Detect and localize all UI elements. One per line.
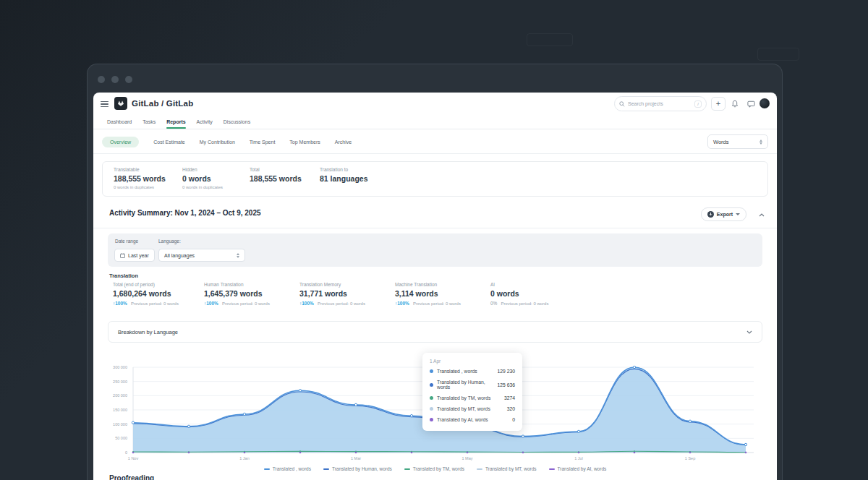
activity-summary-title: Activity Summary: Nov 1, 2024 – Oct 9, 2… bbox=[109, 209, 261, 217]
breakdown-by-language-panel[interactable]: Breakdown by Language bbox=[108, 321, 762, 343]
tooltip-row: Translated by MT, words320 bbox=[430, 406, 515, 411]
window-control-icon[interactable] bbox=[111, 76, 119, 83]
series-dot-icon bbox=[430, 407, 433, 411]
metric-human-translation: Human Translation 1,645,379 words ↑100%P… bbox=[204, 282, 270, 306]
series-dot-icon bbox=[430, 418, 433, 421]
legend-dash-icon bbox=[404, 468, 410, 470]
tooltip-row: Translated by AI, words0 bbox=[430, 417, 515, 422]
project-logo[interactable] bbox=[114, 97, 127, 110]
filters-bar: Date range Language: Last year All langu… bbox=[108, 233, 762, 267]
language-label: Language: bbox=[158, 239, 181, 244]
series-dot-icon bbox=[430, 369, 433, 373]
language-select-value: All languages bbox=[164, 253, 234, 258]
search-placeholder: Search projects bbox=[628, 101, 692, 106]
x-tick-label: 1 Jan bbox=[239, 456, 249, 460]
project-tabs: Dashboard Tasks Reports Activity Discuss… bbox=[93, 115, 777, 129]
select-arrows-icon bbox=[760, 140, 762, 145]
tab-activity[interactable]: Activity bbox=[197, 115, 213, 129]
chart-tooltip: 1 Apr Translated , words129 230 Translat… bbox=[422, 353, 522, 431]
menu-icon[interactable] bbox=[101, 101, 109, 107]
download-icon bbox=[707, 211, 714, 218]
user-avatar[interactable] bbox=[760, 98, 770, 108]
x-tick-label: 1 Mar bbox=[351, 456, 361, 460]
metric-machine-translation: Machine Translation 3,114 words ↑100%Pre… bbox=[395, 282, 461, 306]
stat-translation-to: Translation to 81 languages bbox=[320, 167, 368, 183]
legend-item[interactable]: Translated by AI, words bbox=[549, 466, 607, 471]
y-tick-label: 300 000 bbox=[108, 365, 127, 369]
x-tick-label: 1 Nov bbox=[128, 456, 138, 460]
reports-subnav: Overview Cost Estimate My Contribution T… bbox=[93, 130, 777, 153]
subtab-cost-estimate[interactable]: Cost Estimate bbox=[153, 140, 185, 145]
date-range-button[interactable]: Last year bbox=[114, 249, 155, 262]
chevron-down-icon bbox=[736, 213, 740, 215]
stat-total: Total 188,555 words bbox=[250, 167, 302, 183]
legend-item[interactable]: Translated by Human, words bbox=[323, 466, 392, 471]
tab-dashboard[interactable]: Dashboard bbox=[107, 115, 132, 129]
subtab-archive[interactable]: Archive bbox=[335, 140, 352, 145]
tooltip-row: Translated , words129 230 bbox=[430, 369, 515, 374]
search-input[interactable]: Search projects / bbox=[614, 96, 707, 111]
search-icon bbox=[619, 101, 625, 107]
divider bbox=[93, 153, 777, 154]
create-new-button[interactable]: + bbox=[711, 97, 726, 111]
series-dot-icon bbox=[430, 396, 433, 400]
language-select[interactable]: All languages bbox=[158, 249, 245, 262]
select-arrows-icon bbox=[237, 253, 239, 258]
metric-ai: AI 0 words 0%Previous period: 0 words bbox=[490, 282, 548, 306]
tab-reports[interactable]: Reports bbox=[166, 115, 185, 129]
app-window: GitLab / GitLab Search projects / + bbox=[93, 93, 777, 480]
metric-total: Total (end of period) 1,680,264 words ↑1… bbox=[113, 282, 179, 306]
chevron-up-icon bbox=[759, 213, 765, 217]
subtab-overview[interactable]: Overview bbox=[102, 137, 139, 147]
legend-item[interactable]: Translated , words bbox=[264, 466, 311, 471]
delta-badge: ↑100% bbox=[395, 301, 409, 306]
messages-button[interactable] bbox=[745, 97, 757, 111]
chat-icon bbox=[747, 100, 755, 108]
subtab-top-members[interactable]: Top Members bbox=[289, 140, 320, 145]
legend-dash-icon bbox=[549, 468, 555, 470]
y-tick-label: 200 000 bbox=[108, 393, 127, 398]
units-select[interactable]: Words bbox=[707, 134, 768, 149]
y-tick-label: 0 bbox=[108, 450, 127, 455]
y-tick-label: 100 000 bbox=[108, 422, 127, 427]
legend-dash-icon bbox=[323, 468, 329, 470]
delta-badge: ↑100% bbox=[299, 301, 314, 306]
legend-item[interactable]: Translated by MT, words bbox=[477, 466, 537, 471]
units-select-value: Words bbox=[713, 139, 760, 145]
delta-badge: ↑100% bbox=[113, 301, 127, 306]
legend-dash-icon bbox=[477, 468, 482, 470]
tab-discussions[interactable]: Discussions bbox=[224, 115, 250, 129]
stat-translatable: Translatable 188,555 words 0 words in du… bbox=[114, 167, 166, 189]
divider bbox=[93, 228, 777, 228]
stat-hidden: Hidden 0 words 0 words in duplicates bbox=[182, 167, 223, 189]
background-ghost bbox=[527, 33, 573, 46]
legend-item[interactable]: Translated by TM, words bbox=[404, 466, 464, 471]
chevron-down-icon bbox=[746, 330, 752, 334]
collapse-section-button[interactable] bbox=[757, 210, 767, 220]
project-stats-card: Translatable 188,555 words 0 words in du… bbox=[102, 161, 768, 197]
page-title: GitLab / GitLab bbox=[132, 99, 193, 108]
subtab-time-spent[interactable]: Time Spent bbox=[250, 140, 276, 145]
export-button[interactable]: Export bbox=[701, 207, 746, 221]
bell-icon bbox=[731, 100, 739, 108]
app-header: GitLab / GitLab Search projects / + bbox=[93, 93, 777, 115]
legend-dash-icon bbox=[264, 468, 270, 470]
tab-tasks[interactable]: Tasks bbox=[142, 115, 156, 129]
browser-window: GitLab / GitLab Search projects / + bbox=[87, 64, 783, 480]
x-tick-label: 1 Jul bbox=[574, 456, 583, 460]
chart-legend: Translated , words Translated by Human, … bbox=[93, 466, 777, 471]
series-dot-icon bbox=[430, 383, 433, 387]
metric-translation-memory: Translation Memory 31,771 words ↑100%Pre… bbox=[299, 282, 365, 306]
translation-heading: Translation bbox=[109, 273, 138, 279]
y-tick-label: 150 000 bbox=[108, 408, 127, 412]
notifications-button[interactable] bbox=[729, 97, 741, 111]
tooltip-row: Translated by Human, words125 636 bbox=[430, 380, 515, 390]
breakdown-title: Breakdown by Language bbox=[118, 329, 746, 335]
subtab-my-contribution[interactable]: My Contribution bbox=[200, 140, 235, 145]
tooltip-date: 1 Apr bbox=[430, 359, 515, 364]
proofreading-heading: Proofreading bbox=[109, 474, 154, 480]
x-tick-label: 1 Sep bbox=[685, 456, 695, 460]
window-control-icon[interactable] bbox=[125, 76, 132, 83]
window-control-icon[interactable] bbox=[98, 76, 105, 83]
search-shortcut-badge: / bbox=[694, 100, 702, 108]
